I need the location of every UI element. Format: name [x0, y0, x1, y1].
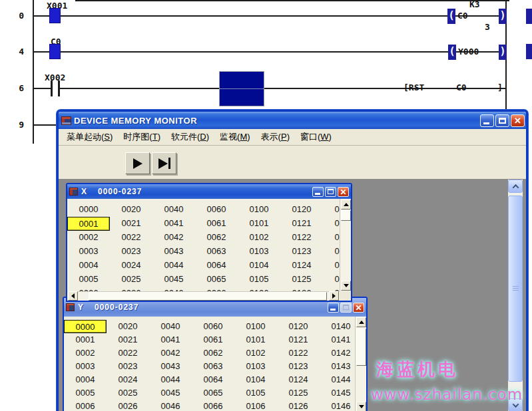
menu-item-p[interactable]: 表示(P): [256, 130, 295, 144]
device-cell[interactable]: 0122: [280, 231, 323, 245]
x-maximize-button[interactable]: [325, 187, 336, 197]
device-cell[interactable]: 0060: [192, 320, 234, 333]
menu-item-s[interactable]: 菜单起动(S): [61, 130, 118, 144]
device-cell[interactable]: 0045: [152, 273, 195, 287]
x-scroll-down-button[interactable]: [341, 281, 351, 291]
y-scroll-up-button[interactable]: [356, 317, 366, 327]
device-cell[interactable]: 0105: [234, 386, 277, 400]
device-cell[interactable]: 0105: [238, 273, 280, 287]
x-hscroll-thumb[interactable]: [89, 292, 327, 301]
rung0-contact-x001[interactable]: [49, 8, 61, 23]
x-scroll-up-button[interactable]: [341, 200, 351, 209]
device-cell[interactable]: 0064: [192, 373, 234, 386]
device-cell[interactable]: 0103: [234, 360, 277, 373]
device-cell[interactable]: 0100: [234, 320, 277, 333]
device-cell[interactable]: 0006: [67, 287, 110, 291]
device-cell[interactable]: 0025: [110, 273, 152, 287]
device-cell[interactable]: 0101: [234, 333, 277, 346]
x-scroll-thumb[interactable]: [341, 210, 351, 221]
rung4-coil-open[interactable]: (: [448, 45, 456, 60]
device-cell[interactable]: 0020: [110, 203, 152, 217]
monitor-step-button[interactable]: [152, 152, 176, 174]
device-cell[interactable]: 0123: [277, 360, 320, 373]
device-cell[interactable]: 0063: [192, 360, 234, 373]
device-cell[interactable]: 0000: [67, 203, 110, 217]
x-window-titlebar[interactable]: X 0000-0237 ✕: [67, 184, 351, 199]
device-cell[interactable]: 0121: [280, 217, 323, 231]
device-cell[interactable]: 0064: [195, 259, 238, 273]
device-cell[interactable]: 0104: [238, 259, 280, 273]
device-cell[interactable]: 0123: [280, 245, 323, 259]
y-close-button[interactable]: ✕: [353, 303, 364, 313]
dmm-titlebar[interactable]: DEVICE MEMORY MONITOR ✕: [59, 112, 526, 129]
x-scroll-right-button[interactable]: [329, 291, 339, 301]
device-cell[interactable]: 0101: [238, 217, 280, 231]
device-cell[interactable]: 0046: [149, 400, 192, 411]
device-cell[interactable]: 0121: [277, 333, 320, 346]
x-vertical-scrollbar[interactable]: [340, 199, 351, 291]
device-cell[interactable]: 0062: [195, 231, 238, 245]
device-cell[interactable]: 0024: [110, 259, 152, 273]
rung4-contact-c0[interactable]: [49, 44, 61, 59]
y-minimize-button[interactable]: [328, 303, 339, 313]
device-cell[interactable]: 0065: [195, 273, 238, 287]
device-cell[interactable]: 0066: [192, 400, 234, 411]
device-cell[interactable]: 0044: [149, 373, 192, 386]
device-cell[interactable]: 0004: [67, 259, 110, 273]
menu-item-d[interactable]: 软元件(D): [166, 130, 214, 144]
device-cell[interactable]: 0122: [277, 346, 320, 360]
device-cell[interactable]: 0022: [107, 346, 149, 360]
device-cell[interactable]: 0000: [64, 320, 107, 333]
x-close-button[interactable]: ✕: [338, 187, 349, 197]
device-cell[interactable]: 0061: [195, 217, 238, 231]
dmm-scroll-thumb[interactable]: [508, 196, 523, 382]
device-cell[interactable]: 0120: [280, 203, 323, 217]
device-cell[interactable]: 0005: [64, 386, 107, 400]
dmm-scroll-up-button[interactable]: [508, 180, 523, 193]
device-cell[interactable]: 0061: [192, 333, 234, 346]
device-cell[interactable]: 0063: [195, 245, 238, 259]
device-cell[interactable]: 0042: [152, 231, 195, 245]
ladder-edit-cursor[interactable]: [219, 71, 264, 106]
dmm-close-button[interactable]: ✕: [511, 114, 525, 127]
device-cell[interactable]: 0020: [107, 320, 149, 333]
y-maximize-button[interactable]: [340, 303, 352, 313]
rung4-coil-close[interactable]: ): [499, 45, 507, 60]
device-cell[interactable]: 0024: [107, 373, 149, 386]
device-cell[interactable]: 0120: [277, 320, 320, 333]
x-horizontal-scrollbar[interactable]: [67, 291, 340, 301]
device-cell[interactable]: 0041: [152, 217, 195, 231]
device-cell[interactable]: 0102: [238, 231, 280, 245]
dmm-maximize-button[interactable]: [495, 114, 509, 127]
device-cell[interactable]: 0026: [110, 287, 152, 291]
device-cell[interactable]: 0126: [277, 400, 320, 411]
device-cell[interactable]: 0001: [67, 217, 110, 231]
device-cell[interactable]: 0126: [280, 287, 323, 291]
device-cell[interactable]: 0003: [64, 360, 107, 373]
device-cell[interactable]: 0065: [192, 386, 234, 400]
dmm-minimize-button[interactable]: [480, 114, 494, 127]
x-minimize-button[interactable]: [312, 187, 324, 197]
device-cell[interactable]: 0062: [192, 346, 234, 360]
rung0-coil-open[interactable]: (: [447, 9, 455, 24]
device-cell[interactable]: 0021: [110, 217, 152, 231]
device-cell[interactable]: 0002: [67, 231, 110, 245]
menu-item-w[interactable]: 窗口(W): [295, 130, 337, 144]
device-cell[interactable]: 0125: [280, 273, 323, 287]
device-cell[interactable]: 0004: [64, 373, 107, 386]
device-cell[interactable]: 0102: [234, 346, 277, 360]
device-cell[interactable]: 0043: [152, 245, 195, 259]
y-vertical-scrollbar[interactable]: [355, 317, 366, 411]
device-cell[interactable]: 0040: [149, 320, 192, 333]
rung6-instruction[interactable]: [RST: [403, 82, 424, 92]
device-cell[interactable]: 0003: [67, 245, 110, 259]
device-cell[interactable]: 0060: [195, 203, 238, 217]
device-cell[interactable]: 0023: [110, 245, 152, 259]
y-scroll-thumb[interactable]: [356, 329, 366, 366]
device-cell[interactable]: 0040: [152, 203, 195, 217]
rung0-coil-close[interactable]: ): [499, 9, 507, 24]
menu-item-m[interactable]: 监视(M): [214, 130, 256, 144]
device-cell[interactable]: 0044: [152, 259, 195, 273]
rung6-contact-x002[interactable]: [49, 80, 65, 96]
device-cell[interactable]: 0021: [107, 333, 149, 346]
